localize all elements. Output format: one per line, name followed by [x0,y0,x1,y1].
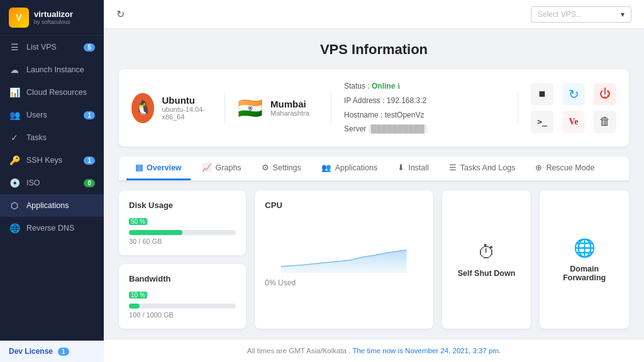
console-button[interactable]: >_ [531,111,553,133]
ssh-keys-icon: 🔑 [9,155,20,165]
refresh-button[interactable]: ↻ [116,8,125,20]
main-content: ↻ Select VPS... ▾ VPS Information 🐧 Ubun… [104,0,644,362]
sidebar-item-reverse-dns[interactable]: 🌐 Reverse DNS [0,217,104,239]
tab-rescue-mode[interactable]: ⊕ Rescue Mode [526,156,603,180]
status-label: Status : [344,82,370,90]
logo-sub: by softaculous [34,19,73,25]
ssh-keys-badge: 1 [84,156,95,165]
cpu-used-label: 0% Used [265,278,423,287]
dev-license-badge: 1 [58,348,69,356]
graphs-tab-label: Graphs [216,163,242,172]
logo-icon: V [9,8,29,28]
content-area: VPS Information 🐧 Ubuntu ubuntu-14.04-x8… [104,29,644,339]
cpu-chart [265,216,423,273]
vps-status-section: Status : Online ℹ IP Address : 192.168.3… [344,79,505,136]
divider-2 [331,92,331,124]
os-name: Ubuntu [162,95,212,106]
server-value: ██████████ [369,124,427,133]
sidebar-item-launch-instance[interactable]: ☁ Launch Instance [0,58,104,81]
footer-time-link[interactable]: The time now is November 24, 2021, 3:37 … [352,347,501,354]
users-icon: 👥 [9,110,20,120]
disk-usage-title: Disk Usage [129,200,236,210]
tab-graphs[interactable]: 📈 Graphs [193,156,250,180]
tab-applications[interactable]: 👥 Applications [313,156,386,180]
sidebar-label-iso: ISO [26,178,77,187]
disk-progress-fill [129,230,182,235]
cloud-resources-icon: 📊 [9,87,20,97]
svg-marker-0 [281,250,407,273]
disk-usage-label: 30 / 60 GB [129,238,236,245]
sidebar-item-ssh-keys[interactable]: 🔑 SSH Keys 1 [0,149,104,172]
dev-license-label: Dev License [9,347,53,356]
sidebar-label-reverse-dns: Reverse DNS [26,224,95,233]
domain-forwarding-panel[interactable]: 🌐 Domain Forwarding [540,190,629,329]
delete-button[interactable]: 🗑 [594,111,616,133]
sidebar-item-cloud-resources[interactable]: 📊 Cloud Resources [0,81,104,104]
ip-value: 192.168.3.2 [387,96,426,105]
flag-icon: 🇮🇳 [238,96,263,120]
disk-progress-bar [129,230,236,235]
bandwidth-percent-label: 10 % [129,292,147,299]
ip-label: IP Address : [344,96,384,105]
tab-overview[interactable]: ▤ Overview [126,156,191,180]
sidebar-item-iso[interactable]: 💿 ISO 0 [0,172,104,194]
status-value: Online [372,82,395,90]
sidebar-label-list-vps: List VPS [26,43,77,52]
list-vps-icon: ☰ [9,42,20,52]
vps-selector-dropdown[interactable]: Select VPS... ▾ [531,6,631,23]
applications-tab-label: Applications [335,163,377,172]
vps-actions-row-2: >_ Ve 🗑 [531,111,616,133]
tab-tasks-logs[interactable]: ☰ Tasks And Logs [440,156,525,180]
disk-usage-panel: Disk Usage 50 % 30 / 60 GB [119,190,246,255]
vps-actions-row-1: ■ ↻ ⏻ [531,83,616,106]
disk-percent-label: 50 % [129,218,147,225]
topbar: ↻ Select VPS... ▾ [104,0,644,29]
overview-tab-icon: ▤ [135,163,143,172]
self-shut-down-label: Self Shut Down [458,269,516,278]
sidebar-dev-license[interactable]: Dev License 1 [0,341,104,362]
divider-3 [518,92,518,124]
divider-1 [225,92,225,124]
sidebar-item-users[interactable]: 👥 Users 1 [0,104,104,126]
sidebar-label-users: Users [26,111,77,119]
vps-os-section: 🐧 Ubuntu ubuntu-14.04-x86_64 [131,93,212,123]
stop-button[interactable]: ■ [531,83,553,106]
sidebar-item-list-vps[interactable]: ☰ List VPS 5 [0,36,104,58]
location-state: Maharashtra [270,109,309,117]
launch-instance-icon: ☁ [9,65,20,75]
bandwidth-title: Bandwidth [129,274,236,283]
left-panels: Disk Usage 50 % 30 / 60 GB Bandwidth 10 … [119,190,246,329]
bandwidth-usage-label: 100 / 1000 GB [129,311,236,319]
tabs-bar: ▤ Overview 📈 Graphs ⚙ Settings 👥 Applica… [119,156,629,182]
sidebar-item-tasks[interactable]: ✓ Tasks [0,126,104,149]
power-button[interactable]: ⏻ [594,83,616,106]
hostname-value: testOpenVz [385,111,425,119]
cpu-panel: CPU 0% Used [255,190,433,329]
sidebar-item-applications[interactable]: ⬡ Applications [0,194,104,217]
iso-badge: 0 [84,179,95,187]
self-shut-down-panel[interactable]: ⏱ Self Shut Down [442,190,531,329]
reverse-dns-icon: 🌐 [9,223,20,233]
install-tab-icon: ⬇ [397,163,404,172]
bandwidth-progress-bar [129,304,236,309]
restart-button[interactable]: ↻ [562,83,585,106]
tab-settings[interactable]: ⚙ Settings [253,156,310,180]
settings-tab-label: Settings [273,163,301,172]
vps-info-card: 🐧 Ubuntu ubuntu-14.04-x86_64 🇮🇳 Mumbai M… [119,69,629,146]
sidebar-label-launch-instance: Launch Instance [26,65,95,74]
sidebar-logo: V virtualizor by softaculous [0,0,104,36]
vps-selector-value: Select VPS... [538,10,582,19]
overview-grid: Disk Usage 50 % 30 / 60 GB Bandwidth 10 … [119,190,629,329]
cpu-title: CPU [265,200,423,210]
install-tab-label: Install [408,163,429,172]
sidebar-label-ssh-keys: SSH Keys [26,156,77,165]
vnc-button[interactable]: Ve [562,111,585,133]
server-label: Server [344,124,366,133]
footer: All times are GMT Asia/Kolkata . The tim… [104,339,644,362]
tab-install[interactable]: ⬇ Install [389,156,438,180]
dropdown-chevron-icon: ▾ [621,10,625,19]
graphs-tab-icon: 📈 [202,163,212,172]
tasks-logs-tab-label: Tasks And Logs [460,163,516,172]
applications-tab-icon: 👥 [321,163,331,172]
bandwidth-panel: Bandwidth 10 % 100 / 1000 GB [119,264,246,329]
